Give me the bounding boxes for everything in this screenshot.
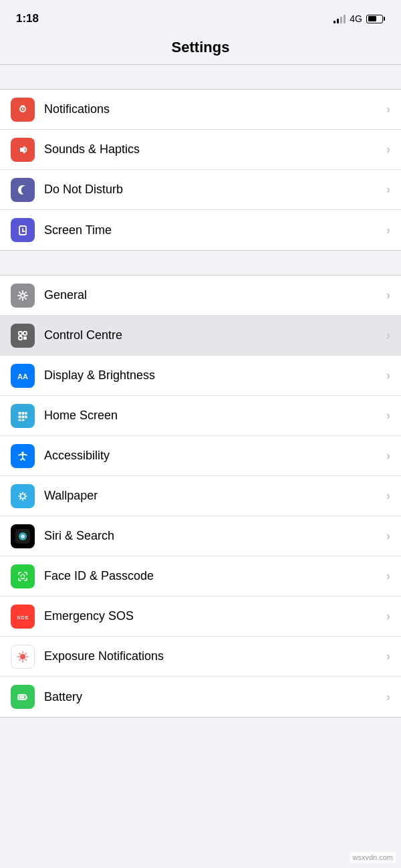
svg-rect-39 <box>15 489 30 504</box>
svg-point-57 <box>20 654 25 659</box>
settings-item-donotdisturb[interactable]: Do Not Disturb › <box>0 170 401 210</box>
screentime-label: Screen Time <box>44 223 386 237</box>
svg-rect-68 <box>26 697 27 699</box>
donotdisturb-icon <box>11 178 35 202</box>
faceid-chevron: › <box>386 569 390 583</box>
settings-item-homescreen[interactable]: Home Screen › <box>0 396 401 436</box>
watermark: wsxvdn.com <box>350 852 396 863</box>
battery-item-icon <box>11 685 35 709</box>
emergencysos-icon: SOS <box>11 605 35 629</box>
exposure-chevron: › <box>386 649 390 663</box>
exposure-label: Exposure Notifications <box>44 649 386 663</box>
settings-group-1: Notifications › Sounds & Haptics › <box>0 89 401 251</box>
notifications-label: Notifications <box>44 102 386 116</box>
settings-item-general[interactable]: General › <box>0 276 401 316</box>
svg-rect-3 <box>21 105 25 107</box>
controlcentre-icon <box>11 324 35 348</box>
page-header: Settings <box>0 33 401 65</box>
settings-item-accessibility[interactable]: Accessibility › <box>0 436 401 476</box>
svg-rect-6 <box>15 183 30 197</box>
general-icon <box>11 284 35 308</box>
section-gap-2 <box>0 251 401 275</box>
wallpaper-label: Wallpaper <box>44 489 386 503</box>
settings-item-siri[interactable]: Siri & Search › <box>0 516 401 556</box>
general-chevron: › <box>386 288 390 302</box>
sounds-label: Sounds & Haptics <box>44 142 386 156</box>
section-gap-1 <box>0 65 401 89</box>
display-chevron: › <box>386 368 390 383</box>
settings-item-screentime[interactable]: Screen Time › <box>0 210 401 250</box>
wallpaper-chevron: › <box>386 489 390 503</box>
network-label: 4G <box>350 13 362 24</box>
settings-item-battery[interactable]: Battery › <box>0 677 401 717</box>
emergencysos-chevron: › <box>386 609 390 623</box>
siri-icon <box>11 524 35 548</box>
page-title: Settings <box>172 39 230 56</box>
display-icon: AA <box>11 364 35 388</box>
accessibility-icon <box>11 444 35 468</box>
settings-item-faceid[interactable]: Face ID & Passcode › <box>0 556 401 596</box>
status-time: 1:18 <box>16 12 39 25</box>
section-gap-3 <box>0 718 401 724</box>
donotdisturb-chevron: › <box>386 183 390 197</box>
svg-rect-31 <box>25 412 27 415</box>
signal-bars-icon <box>333 14 346 23</box>
settings-item-display[interactable]: AA Display & Brightness › <box>0 356 401 396</box>
accessibility-label: Accessibility <box>44 449 386 463</box>
settings-item-controlcentre[interactable]: Control Centre › <box>0 316 401 356</box>
svg-line-19 <box>25 292 26 293</box>
svg-rect-36 <box>22 419 25 421</box>
siri-chevron: › <box>386 529 390 543</box>
svg-line-63 <box>25 659 27 660</box>
svg-line-20 <box>19 298 20 298</box>
svg-rect-30 <box>22 412 25 415</box>
emergencysos-label: Emergency SOS <box>44 609 386 623</box>
controlcentre-chevron: › <box>386 328 390 342</box>
screentime-icon <box>11 218 35 242</box>
settings-item-sounds[interactable]: Sounds & Haptics › <box>0 130 401 170</box>
notifications-chevron: › <box>386 102 390 116</box>
svg-line-65 <box>19 659 21 660</box>
svg-line-62 <box>19 653 21 654</box>
battery-label: Battery <box>44 690 386 704</box>
homescreen-icon <box>11 404 35 428</box>
homescreen-chevron: › <box>386 409 390 423</box>
svg-rect-69 <box>19 696 25 699</box>
faceid-icon <box>11 564 35 588</box>
controlcentre-label: Control Centre <box>44 328 386 342</box>
svg-line-46 <box>25 498 25 498</box>
settings-item-exposure[interactable]: Exposure Notifications › <box>0 637 401 677</box>
svg-point-2 <box>22 108 24 110</box>
battery-status-icon <box>366 15 385 23</box>
faceid-label: Face ID & Passcode <box>44 569 386 583</box>
settings-item-emergencysos[interactable]: SOS Emergency SOS › <box>0 596 401 637</box>
svg-line-45 <box>20 493 21 494</box>
battery-chevron: › <box>386 690 390 704</box>
svg-point-38 <box>21 451 24 454</box>
svg-rect-52 <box>15 569 30 584</box>
svg-rect-21 <box>15 328 30 343</box>
sounds-icon <box>11 138 35 162</box>
siri-label: Siri & Search <box>44 529 386 543</box>
status-icons: 4G <box>333 13 385 24</box>
exposure-icon <box>11 645 35 669</box>
svg-rect-32 <box>19 415 21 418</box>
display-label: Display & Brightness <box>44 368 386 383</box>
wallpaper-icon <box>11 484 35 508</box>
svg-rect-33 <box>22 415 25 418</box>
svg-rect-29 <box>19 412 21 415</box>
svg-rect-34 <box>25 415 27 418</box>
notifications-icon <box>11 98 35 122</box>
svg-text:SOS: SOS <box>17 615 28 621</box>
status-bar: 1:18 4G <box>0 0 401 33</box>
accessibility-chevron: › <box>386 449 390 463</box>
svg-text:AA: AA <box>17 372 28 380</box>
svg-rect-35 <box>19 419 21 421</box>
screentime-chevron: › <box>386 223 390 237</box>
svg-rect-25 <box>23 336 27 340</box>
settings-item-wallpaper[interactable]: Wallpaper › <box>0 476 401 516</box>
svg-line-17 <box>19 292 20 293</box>
svg-line-64 <box>25 653 27 654</box>
settings-item-notifications[interactable]: Notifications › <box>0 90 401 130</box>
svg-line-18 <box>25 298 26 298</box>
